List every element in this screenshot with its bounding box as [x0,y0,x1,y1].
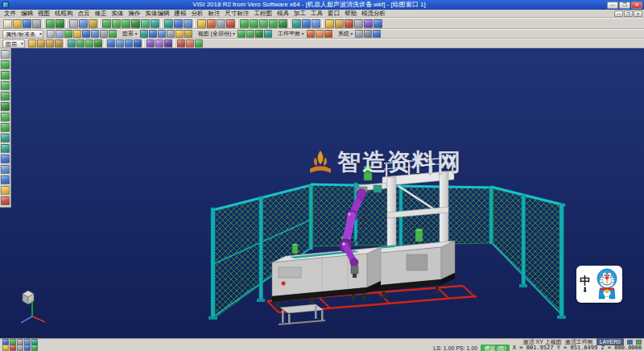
delete-entity-icon[interactable] [1,196,10,205]
workplane-align-icon[interactable] [68,39,76,47]
view-pan-icon[interactable] [116,39,124,47]
spline-create-icon[interactable] [1,123,10,132]
layer-on-icon[interactable] [28,39,36,47]
coords-mode-icon[interactable] [31,345,38,351]
zoom-fit-icon[interactable] [102,19,111,28]
grid-toggle-icon[interactable] [217,19,225,28]
rotate-entity-icon[interactable] [1,165,10,174]
plane-yz-icon[interactable] [316,30,324,38]
select-window-icon[interactable] [56,30,64,38]
menu-item-3[interactable]: 视图 [35,10,52,18]
layer-manager-icon[interactable] [197,19,206,28]
menu-item-17[interactable]: 工具 [308,10,325,18]
menu-item-18[interactable]: 窗口 [325,10,342,18]
menu-item-5[interactable]: 点云 [76,10,93,18]
cancel-command-icon[interactable] [186,39,194,47]
view-zoom-icon[interactable] [125,39,133,47]
menu-item-6[interactable]: 修正 [93,10,109,18]
offset-curve-icon[interactable] [1,134,10,142]
view-top-icon[interactable] [237,30,246,38]
print-icon[interactable] [32,19,41,28]
layer-new-icon[interactable] [46,39,54,47]
viewport[interactable]: 智造资料网 中 ⬇ [0,48,644,338]
ribbon-group-label-2[interactable]: 视图 (全部份) [198,30,235,38]
ribbon-group-label-3[interactable]: 工作平面 [278,30,304,38]
new-file-icon[interactable] [3,19,12,28]
units-icon[interactable] [24,345,31,351]
select-tool-icon[interactable] [1,50,10,59]
menu-item-14[interactable]: 工程图 [252,10,275,18]
ellipse-create-icon[interactable] [1,113,10,122]
menu-item-20[interactable]: 模流分析 [359,10,388,18]
trim-tool-icon[interactable] [345,19,353,28]
menu-item-13[interactable]: 尺寸标注 [223,10,252,18]
snap-indicator[interactable]: 捕捉 (圆) [481,345,510,351]
hidden-line-mode-icon[interactable] [184,19,192,28]
polyline-create-icon[interactable] [1,81,10,90]
point-tool-icon[interactable] [240,19,249,28]
spline-tool-icon[interactable] [279,19,287,28]
menu-item-19[interactable]: 帮助 [342,10,359,18]
menu-item-11[interactable]: 分析 [189,10,206,18]
select-chain-icon[interactable] [64,30,72,38]
solid-box-icon[interactable] [302,19,311,28]
workplane-normal-icon[interactable] [94,39,102,47]
select-arrow-icon[interactable] [47,30,55,38]
minimize-button[interactable]: ─ [607,2,618,9]
material-settings-icon[interactable] [184,30,192,38]
menu-item-2[interactable]: 编辑 [19,10,35,18]
close-button[interactable]: ✕ [631,2,642,9]
show-entities-icon[interactable] [91,30,99,38]
toolbar-selector-2[interactable]: 图层 [2,39,25,48]
color-swatch-green[interactable] [636,340,642,345]
translucent-icon[interactable] [158,30,166,38]
restore-button[interactable]: ❐ [619,2,630,9]
render-shaded-icon[interactable] [147,39,155,47]
plane-xy-icon[interactable] [307,30,315,38]
snap-toggle-icon[interactable] [226,19,235,28]
workplane-rotate-icon[interactable] [76,39,85,47]
cut-icon[interactable] [69,19,78,28]
system-info-icon[interactable] [373,30,381,38]
circle-tool-icon[interactable] [269,19,278,28]
shade-on-icon[interactable] [140,30,148,38]
blank-toggle-icon[interactable] [100,30,108,38]
fillet-tool-icon[interactable] [325,19,334,28]
view-rotate-icon[interactable] [107,39,115,47]
light-settings-icon[interactable] [175,30,184,38]
zoom-in-icon[interactable] [122,19,130,28]
system-options-icon[interactable] [364,30,372,38]
color-swatch-blue[interactable] [627,340,633,345]
copy-icon[interactable] [79,19,88,28]
analyze-tool-icon[interactable] [364,19,373,28]
open-file-icon[interactable] [13,19,22,28]
measure-tool-icon[interactable] [354,19,363,28]
refresh-view-icon[interactable] [109,30,117,38]
layer-filter-icon[interactable] [55,39,63,47]
child-close-button[interactable]: ✕ [634,10,642,17]
paste-icon[interactable] [89,19,97,28]
workplane-origin-icon[interactable] [85,39,93,47]
scale-entity-icon[interactable] [1,176,10,184]
menu-item-10[interactable]: 建模 [172,10,189,18]
menu-item-16[interactable]: 加工 [291,10,308,18]
line-tool-icon[interactable] [250,19,258,28]
menu-item-4[interactable]: 线框构 [52,10,76,18]
surface-tool-icon[interactable] [292,19,301,28]
wireframe-on-icon[interactable] [149,30,157,38]
move-entity-icon[interactable] [1,155,10,163]
system-settings-icon[interactable] [355,30,363,38]
view-iso-icon[interactable] [264,30,272,38]
hide-entities-icon[interactable] [82,30,90,38]
render-wireframe-icon[interactable] [155,39,163,47]
menu-item-15[interactable]: 模具 [275,10,291,18]
menu-item-7[interactable]: 实体 [109,10,126,18]
trim-curve-icon[interactable] [1,186,10,195]
linetype-icon[interactable] [17,345,23,351]
circle-create-icon[interactable] [1,102,10,111]
menu-item-9[interactable]: 实体编辑 [143,10,172,18]
save-file-icon[interactable] [23,19,31,28]
menu-item-1[interactable]: 文件 [2,10,19,18]
zoom-out-icon[interactable] [131,19,140,28]
shaded-mode-icon[interactable] [164,19,173,28]
